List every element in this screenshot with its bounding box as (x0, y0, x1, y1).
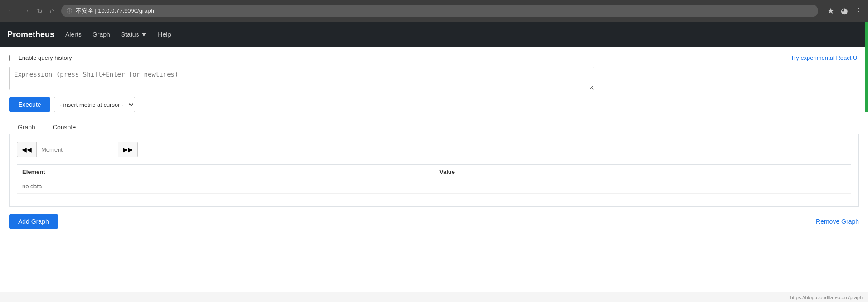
browser-right-icons: ★ ◕ ⋮ (827, 6, 863, 16)
forward-button[interactable]: → (20, 6, 32, 16)
add-graph-button[interactable]: Add Graph (9, 214, 58, 229)
remove-graph-button[interactable]: Remove Graph (816, 218, 859, 225)
green-stripe (865, 22, 868, 112)
status-dropdown-arrow: ▼ (141, 31, 147, 38)
result-table-header: Element Value (17, 165, 851, 179)
metric-select[interactable]: - insert metric at cursor - (54, 97, 135, 112)
security-icon: ⓘ (67, 7, 72, 15)
menu-icon[interactable]: ⋮ (854, 6, 863, 16)
react-ui-link[interactable]: Try experimental React UI (790, 54, 859, 61)
incognito-icon[interactable]: ◕ (841, 6, 848, 16)
column-element: Element (17, 165, 434, 179)
result-table-body: no data (17, 179, 851, 194)
address-text: 不安全 | 10.0.0.77:9090/graph (76, 7, 154, 15)
reload-button[interactable]: ↻ (34, 6, 45, 16)
enable-query-history-label[interactable]: Enable query history (9, 54, 72, 61)
expression-input[interactable] (9, 67, 594, 90)
browser-nav-buttons: ← → ↻ ⌂ (5, 6, 57, 16)
result-table: Element Value no data (17, 164, 851, 194)
navbar-status-label: Status (121, 31, 139, 38)
console-tab-panel: ◀◀ ▶▶ Element Value no data (9, 134, 859, 207)
query-history-row: Enable query history Try experimental Re… (9, 54, 859, 61)
navbar-graph[interactable]: Graph (93, 31, 110, 38)
navbar-brand[interactable]: Prometheus (7, 30, 54, 39)
tab-console[interactable]: Console (44, 120, 84, 134)
address-bar[interactable]: ⓘ 不安全 | 10.0.0.77:9090/graph (61, 5, 818, 17)
moment-input[interactable] (37, 142, 118, 157)
browser-chrome: ← → ↻ ⌂ ⓘ 不安全 | 10.0.0.77:9090/graph ★ ◕… (0, 0, 868, 22)
enable-query-history-checkbox[interactable] (9, 55, 15, 61)
expression-container (9, 67, 859, 91)
tabs: Graph Console (9, 120, 859, 134)
navbar-help[interactable]: Help (158, 31, 171, 38)
enable-query-history-text: Enable query history (18, 54, 72, 61)
bottom-actions: Add Graph Remove Graph (9, 214, 859, 229)
next-moment-button[interactable]: ▶▶ (118, 142, 138, 157)
home-button[interactable]: ⌂ (48, 6, 57, 16)
star-icon[interactable]: ★ (827, 6, 834, 16)
prev-moment-button[interactable]: ◀◀ (17, 142, 37, 157)
no-data-cell: no data (17, 179, 851, 194)
table-row: no data (17, 179, 851, 194)
main-content: Enable query history Try experimental Re… (0, 47, 868, 236)
result-table-header-row: Element Value (17, 165, 851, 179)
moment-row: ◀◀ ▶▶ (17, 142, 851, 157)
navbar-status[interactable]: Status ▼ (121, 31, 147, 38)
column-value: Value (434, 165, 851, 179)
execute-button[interactable]: Execute (9, 97, 50, 112)
navbar: Prometheus Alerts Graph Status ▼ Help (0, 22, 868, 47)
navbar-alerts[interactable]: Alerts (65, 31, 82, 38)
execute-row: Execute - insert metric at cursor - (9, 97, 859, 112)
tab-graph[interactable]: Graph (9, 120, 44, 134)
back-button[interactable]: ← (5, 6, 17, 16)
